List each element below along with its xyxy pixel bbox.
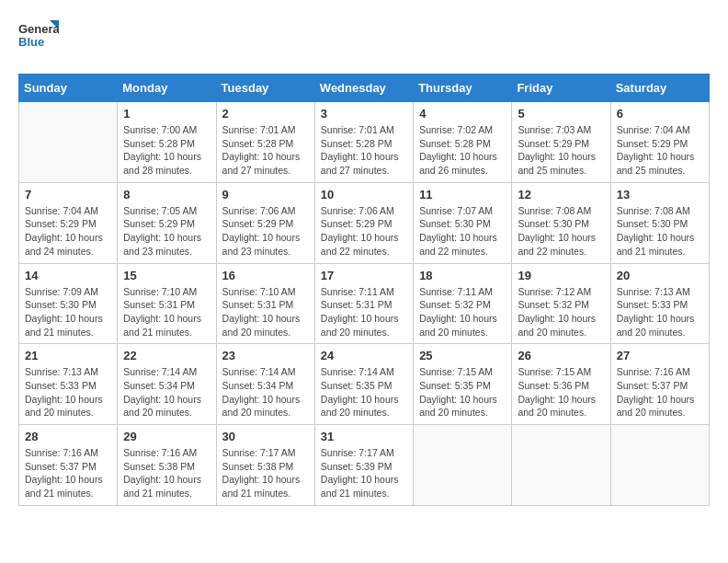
day-number: 25 bbox=[419, 349, 506, 362]
day-info: Sunrise: 7:04 AMSunset: 5:29 PMDaylight:… bbox=[617, 123, 703, 178]
day-info: Sunrise: 7:16 AMSunset: 5:37 PMDaylight:… bbox=[25, 446, 111, 500]
svg-text:General: General bbox=[18, 22, 59, 36]
day-info: Sunrise: 7:00 AMSunset: 5:28 PMDaylight:… bbox=[123, 123, 210, 178]
day-number: 11 bbox=[419, 188, 506, 201]
day-number: 5 bbox=[518, 107, 604, 121]
day-number: 28 bbox=[25, 430, 111, 443]
day-number: 23 bbox=[222, 349, 309, 362]
day-info: Sunrise: 7:14 AMSunset: 5:34 PMDaylight:… bbox=[222, 365, 309, 419]
calendar-cell: 2Sunrise: 7:01 AMSunset: 5:28 PMDaylight… bbox=[216, 102, 314, 183]
calendar-cell: 16Sunrise: 7:10 AMSunset: 5:31 PMDayligh… bbox=[216, 263, 314, 344]
calendar-week-2: 7Sunrise: 7:04 AMSunset: 5:29 PMDaylight… bbox=[19, 182, 710, 263]
logo-icon: General Blue bbox=[18, 18, 59, 55]
logo-container: General Blue bbox=[18, 18, 59, 55]
day-number: 10 bbox=[321, 188, 407, 201]
day-info: Sunrise: 7:09 AMSunset: 5:30 PMDaylight:… bbox=[25, 285, 111, 339]
weekday-header-friday: Friday bbox=[512, 75, 610, 102]
calendar-body: 1Sunrise: 7:00 AMSunset: 5:28 PMDaylight… bbox=[19, 102, 710, 506]
day-number: 26 bbox=[518, 349, 604, 362]
day-number: 8 bbox=[123, 188, 210, 201]
calendar-week-1: 1Sunrise: 7:00 AMSunset: 5:28 PMDaylight… bbox=[19, 102, 710, 183]
day-info: Sunrise: 7:03 AMSunset: 5:29 PMDaylight:… bbox=[518, 123, 604, 178]
day-info: Sunrise: 7:01 AMSunset: 5:28 PMDaylight:… bbox=[222, 123, 309, 178]
day-number: 2 bbox=[222, 107, 309, 121]
calendar-cell: 11Sunrise: 7:07 AMSunset: 5:30 PMDayligh… bbox=[414, 182, 512, 263]
day-info: Sunrise: 7:12 AMSunset: 5:32 PMDaylight:… bbox=[518, 285, 604, 339]
day-number: 30 bbox=[222, 430, 309, 443]
day-number: 14 bbox=[25, 269, 111, 282]
day-info: Sunrise: 7:04 AMSunset: 5:29 PMDaylight:… bbox=[25, 204, 111, 259]
day-number: 18 bbox=[419, 269, 506, 282]
day-number: 19 bbox=[518, 269, 604, 282]
day-number: 12 bbox=[518, 188, 604, 201]
day-number: 16 bbox=[222, 269, 309, 282]
calendar-header-row: SundayMondayTuesdayWednesdayThursdayFrid… bbox=[19, 75, 710, 102]
day-info: Sunrise: 7:01 AMSunset: 5:28 PMDaylight:… bbox=[321, 123, 407, 178]
day-info: Sunrise: 7:05 AMSunset: 5:29 PMDaylight:… bbox=[123, 204, 210, 259]
calendar-cell: 23Sunrise: 7:14 AMSunset: 5:34 PMDayligh… bbox=[216, 344, 314, 425]
weekday-header-monday: Monday bbox=[118, 75, 216, 102]
weekday-header-tuesday: Tuesday bbox=[216, 75, 314, 102]
calendar-cell: 26Sunrise: 7:15 AMSunset: 5:36 PMDayligh… bbox=[512, 344, 610, 425]
day-number: 13 bbox=[617, 188, 703, 201]
day-number: 9 bbox=[222, 188, 309, 201]
weekday-header-sunday: Sunday bbox=[19, 75, 118, 102]
day-number: 17 bbox=[321, 269, 407, 282]
calendar-cell: 9Sunrise: 7:06 AMSunset: 5:29 PMDaylight… bbox=[216, 182, 314, 263]
day-info: Sunrise: 7:07 AMSunset: 5:30 PMDaylight:… bbox=[419, 204, 506, 259]
calendar-cell: 30Sunrise: 7:17 AMSunset: 5:38 PMDayligh… bbox=[216, 425, 314, 506]
calendar-cell: 29Sunrise: 7:16 AMSunset: 5:38 PMDayligh… bbox=[118, 425, 216, 506]
calendar-cell: 1Sunrise: 7:00 AMSunset: 5:28 PMDaylight… bbox=[118, 102, 216, 183]
day-info: Sunrise: 7:08 AMSunset: 5:30 PMDaylight:… bbox=[617, 204, 703, 259]
day-info: Sunrise: 7:11 AMSunset: 5:31 PMDaylight:… bbox=[321, 285, 407, 339]
calendar-cell: 21Sunrise: 7:13 AMSunset: 5:33 PMDayligh… bbox=[19, 344, 118, 425]
weekday-header-wednesday: Wednesday bbox=[314, 75, 413, 102]
calendar-cell bbox=[512, 425, 610, 506]
day-number: 6 bbox=[617, 107, 703, 121]
day-info: Sunrise: 7:11 AMSunset: 5:32 PMDaylight:… bbox=[419, 285, 506, 339]
day-info: Sunrise: 7:13 AMSunset: 5:33 PMDaylight:… bbox=[25, 365, 111, 419]
calendar-cell: 15Sunrise: 7:10 AMSunset: 5:31 PMDayligh… bbox=[118, 263, 216, 344]
day-number: 20 bbox=[617, 269, 703, 282]
calendar-cell: 31Sunrise: 7:17 AMSunset: 5:39 PMDayligh… bbox=[314, 425, 413, 506]
day-info: Sunrise: 7:15 AMSunset: 5:36 PMDaylight:… bbox=[518, 365, 604, 419]
calendar-cell: 17Sunrise: 7:11 AMSunset: 5:31 PMDayligh… bbox=[314, 263, 413, 344]
weekday-header-saturday: Saturday bbox=[610, 75, 709, 102]
day-number: 4 bbox=[419, 107, 506, 121]
day-number: 31 bbox=[321, 430, 407, 443]
calendar-week-3: 14Sunrise: 7:09 AMSunset: 5:30 PMDayligh… bbox=[19, 263, 710, 344]
calendar-cell: 14Sunrise: 7:09 AMSunset: 5:30 PMDayligh… bbox=[19, 263, 118, 344]
calendar-cell: 28Sunrise: 7:16 AMSunset: 5:37 PMDayligh… bbox=[19, 425, 118, 506]
day-number: 22 bbox=[123, 349, 210, 362]
calendar-cell: 13Sunrise: 7:08 AMSunset: 5:30 PMDayligh… bbox=[610, 182, 709, 263]
calendar-cell: 25Sunrise: 7:15 AMSunset: 5:35 PMDayligh… bbox=[414, 344, 512, 425]
day-info: Sunrise: 7:17 AMSunset: 5:39 PMDaylight:… bbox=[321, 446, 407, 500]
day-number: 3 bbox=[321, 107, 407, 121]
calendar-cell: 19Sunrise: 7:12 AMSunset: 5:32 PMDayligh… bbox=[512, 263, 610, 344]
day-number: 1 bbox=[123, 107, 210, 121]
day-info: Sunrise: 7:15 AMSunset: 5:35 PMDaylight:… bbox=[419, 365, 506, 419]
day-number: 24 bbox=[321, 349, 407, 362]
day-number: 7 bbox=[25, 188, 111, 201]
calendar-table: SundayMondayTuesdayWednesdayThursdayFrid… bbox=[18, 74, 710, 506]
day-number: 15 bbox=[123, 269, 210, 282]
calendar-cell: 7Sunrise: 7:04 AMSunset: 5:29 PMDaylight… bbox=[19, 182, 118, 263]
day-info: Sunrise: 7:16 AMSunset: 5:38 PMDaylight:… bbox=[123, 446, 210, 500]
day-info: Sunrise: 7:10 AMSunset: 5:31 PMDaylight:… bbox=[123, 285, 210, 339]
page-header: General Blue bbox=[18, 18, 710, 64]
svg-text:Blue: Blue bbox=[18, 35, 44, 49]
day-info: Sunrise: 7:06 AMSunset: 5:29 PMDaylight:… bbox=[321, 204, 407, 259]
calendar-cell: 18Sunrise: 7:11 AMSunset: 5:32 PMDayligh… bbox=[414, 263, 512, 344]
calendar-cell: 27Sunrise: 7:16 AMSunset: 5:37 PMDayligh… bbox=[610, 344, 709, 425]
calendar-cell: 4Sunrise: 7:02 AMSunset: 5:28 PMDaylight… bbox=[414, 102, 512, 183]
calendar-cell: 10Sunrise: 7:06 AMSunset: 5:29 PMDayligh… bbox=[314, 182, 413, 263]
day-info: Sunrise: 7:06 AMSunset: 5:29 PMDaylight:… bbox=[222, 204, 309, 259]
calendar-cell: 22Sunrise: 7:14 AMSunset: 5:34 PMDayligh… bbox=[118, 344, 216, 425]
day-info: Sunrise: 7:14 AMSunset: 5:35 PMDaylight:… bbox=[321, 365, 407, 419]
day-info: Sunrise: 7:17 AMSunset: 5:38 PMDaylight:… bbox=[222, 446, 309, 500]
calendar-week-5: 28Sunrise: 7:16 AMSunset: 5:37 PMDayligh… bbox=[19, 425, 710, 506]
day-info: Sunrise: 7:14 AMSunset: 5:34 PMDaylight:… bbox=[123, 365, 210, 419]
calendar-cell bbox=[19, 102, 118, 183]
calendar-cell: 12Sunrise: 7:08 AMSunset: 5:30 PMDayligh… bbox=[512, 182, 610, 263]
calendar-cell: 8Sunrise: 7:05 AMSunset: 5:29 PMDaylight… bbox=[118, 182, 216, 263]
